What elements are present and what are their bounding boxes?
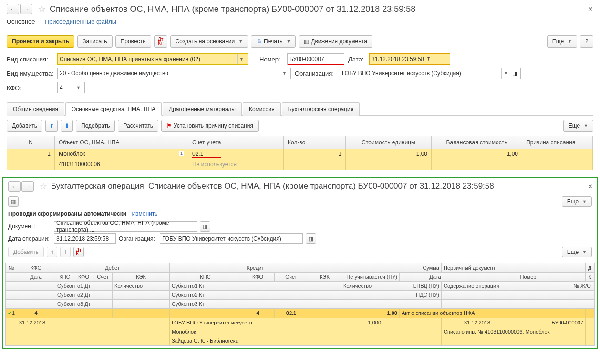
document-icon: ▥ [304,38,309,45]
tab-assets[interactable]: Основные средства, НМА, НПА [65,102,162,116]
col-qty: Кол-во [284,136,346,149]
doc-input[interactable]: Списание объектов ОС, НМА, НПА (кроме тр… [54,221,197,232]
table-more-button[interactable]: Еще▼ [563,120,593,132]
col-amount: Сумма [341,263,442,273]
col-credit: Кредит [170,263,341,273]
movements-button[interactable]: ▥Движения документа [299,35,372,48]
dtkt-icon: ДтКт [158,38,163,45]
chevron-down-icon[interactable]: ▼ [74,82,83,93]
post-button[interactable]: Провести [115,35,151,48]
grid-row[interactable]: ✓1 4 4 02.1 1,00 Акт о списании объектов… [6,309,594,318]
help-button[interactable]: ? [580,35,593,48]
tab-accounting[interactable]: Бухгалтерская операция [282,102,360,116]
table-row[interactable]: 1 Моноблок1 02.1 1 1,00 1,00 [7,149,593,159]
panel-org-label: Организация: [119,235,157,242]
add-row-button[interactable]: Добавить [7,120,42,132]
post-and-close-button[interactable]: Провести и закрыть [7,35,74,48]
auto-generated-label: Проводки сформированы автоматически [8,211,126,217]
popout-icon[interactable]: ◨ [510,68,518,79]
writeoff-type-input[interactable]: Списание ОС, НМА, НПА принятых на хранен… [57,53,248,65]
calc-button[interactable]: Рассчитать [118,120,158,132]
change-link[interactable]: Изменить [132,211,157,217]
panel-down-button[interactable]: ⬇ [60,247,71,257]
opdate-input[interactable]: 31.12.2018 23:59:58 [54,233,116,244]
panel-more-button-2[interactable]: Еще▼ [562,247,592,257]
panel-up-button[interactable]: ⬆ [47,247,57,257]
close-icon[interactable]: ✕ [588,5,593,13]
more-button[interactable]: Еще▼ [547,35,577,48]
chevron-down-icon: ▼ [584,123,588,128]
nav-back-button[interactable]: ← [7,4,19,14]
accounting-panel: ← → ☆ Бухгалтерская операция: Списание о… [2,177,598,349]
grid-row[interactable]: Зайцева О. К. - Библиотека [6,336,594,345]
tab-commission[interactable]: Комиссия [243,102,281,116]
favorite-icon[interactable]: ☆ [38,4,46,14]
panel-org-input[interactable]: ГОБУ ВПО Университет искусств (Субсидия) [160,233,303,244]
col-bal-cost: Балансовая стоимость [432,136,522,149]
doc-label: Документ: [8,223,51,230]
create-based-button[interactable]: Создать на основании▼ [170,35,248,48]
kfo-input[interactable]: 4 ▼ [57,82,85,93]
org-input[interactable]: ГОБУ ВПО Университет искусств (Субсидия)… [340,68,521,79]
opdate-label: Дата операции: [8,235,51,242]
chevron-down-icon: ▼ [568,39,572,44]
check-icon: ✓ [8,310,12,316]
window-title: Списание объектов ОС, НМА, НПА (кроме тр… [50,4,588,14]
number-input[interactable]: БУ00-000007 [287,53,344,65]
dtkt-button[interactable]: ДтКт [154,35,167,48]
grid-row[interactable]: 31.12.2018... ГОБУ ВПО Университет искус… [6,318,594,327]
col-account: Счет учета [188,136,284,149]
col-prim-doc: Первичный документ [442,263,586,273]
panel-dtkt-button[interactable]: ДтКт [73,247,84,257]
panel-add-button[interactable]: Добавить [8,247,44,257]
panel-title: Бухгалтерская операция: Списание объекто… [51,182,588,191]
set-reason-button[interactable]: ⚑Установить причину списания [161,120,259,132]
col-object: Объект ОС, НМА, НПА [55,136,188,149]
tab-general[interactable]: Общие сведения [7,102,64,116]
kfo-label: КФО: [7,84,53,91]
panel-close-icon[interactable]: ✕ [588,183,593,190]
col-reason: Причина списания [522,136,593,149]
grid-row[interactable]: Моноблок Списано инв. №:4103110000006, М… [6,327,594,336]
flag-icon: ⚑ [166,122,172,129]
date-input[interactable]: 31.12.2018 23:59:58 🗓 [369,53,450,65]
tab-materials[interactable]: Драгоценные материалы [163,102,242,116]
subnav-files[interactable]: Присоединенные файлы [45,18,117,25]
grid-icon-button[interactable]: ▦ [8,196,19,207]
org-label: Организация: [295,70,336,77]
printer-icon: 🖶 [256,38,262,45]
panel-nav-forward[interactable]: → [21,181,34,192]
assets-table: N Объект ОС, НМА, НПА Счет учета Кол-во … [7,136,593,170]
col-debit: Дебет [55,263,170,273]
chevron-down-icon[interactable]: ▼ [237,54,246,64]
chevron-down-icon: ▼ [582,250,587,254]
asset-kind-input[interactable]: 20 - Особо ценное движимое имущество ▼ [57,68,291,79]
panel-more-button[interactable]: Еще▼ [562,196,592,207]
pick-button[interactable]: Подобрать [76,120,115,132]
table-row-sub[interactable]: 4103110000006 Не используется [7,159,593,170]
panel-nav-back[interactable]: ← [8,181,21,192]
calendar-icon[interactable]: 🗓 [424,54,433,64]
asset-kind-label: Вид имущества: [7,70,53,77]
date-label: Дата: [348,56,365,63]
subnav-main[interactable]: Основное [7,18,35,25]
info-badge[interactable]: 1 [179,151,184,156]
chevron-down-icon[interactable]: ▼ [501,68,510,79]
col-n: N [7,136,55,149]
print-button[interactable]: 🖶Печать▼ [251,35,296,48]
col-kfo: КФО [17,263,55,273]
dtkt-icon: ДтКт [76,248,81,256]
doc-popout-icon[interactable]: ◨ [200,221,210,232]
panel-favorite-icon[interactable]: ☆ [40,181,47,192]
col-num: № [6,263,17,273]
move-down-button[interactable]: ⬇ [61,120,73,132]
chevron-down-icon: ▼ [582,199,587,204]
panel-org-popout-icon[interactable]: ◨ [306,233,316,244]
chevron-down-icon: ▼ [238,39,243,44]
nav-forward-button[interactable]: → [20,4,32,14]
save-button[interactable]: Записать [77,35,112,48]
chevron-down-icon[interactable]: ▼ [280,68,289,79]
accounting-grid: № КФО Дебет Кредит Сумма Первичный докум… [5,263,595,346]
number-label: Номер: [259,56,283,63]
move-up-button[interactable]: ⬆ [45,120,58,132]
